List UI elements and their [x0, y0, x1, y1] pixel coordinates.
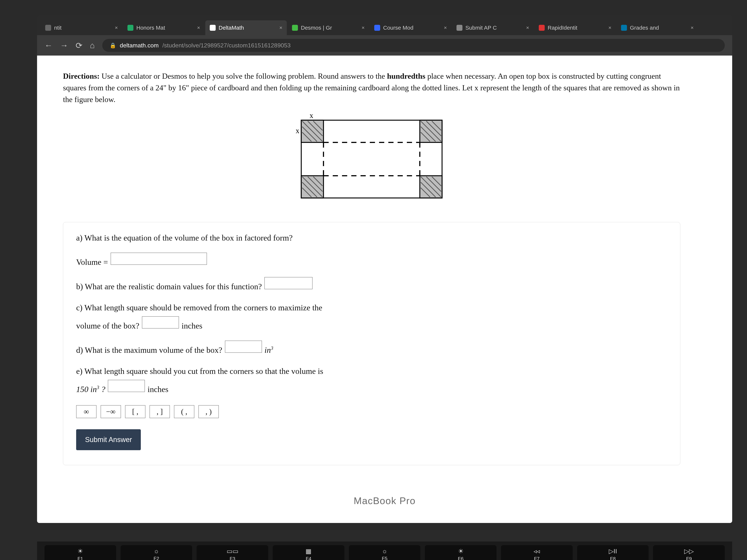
key-f3: ▭▭F3: [197, 545, 268, 560]
unit-label: inches: [148, 383, 168, 396]
cardboard-diagram: x x: [290, 113, 453, 205]
submit-answer-button[interactable]: Submit Answer: [76, 429, 141, 450]
question-c-line1: c) What length square should be removed …: [76, 301, 667, 314]
symbol-button-neg-infinity[interactable]: −∞: [101, 405, 121, 418]
close-icon[interactable]: ×: [609, 25, 611, 31]
key-f5: ☼F5: [349, 545, 420, 560]
tab-label: Desmos | Gr: [301, 25, 359, 31]
tab-label: ntit: [54, 25, 112, 31]
browser-tab[interactable]: Grades and ×: [617, 20, 698, 35]
volume-prefix: Volume =: [76, 256, 108, 269]
figure-label-x-top: x: [310, 113, 313, 119]
unit-label: in3: [264, 344, 273, 357]
lock-icon: 🔒: [110, 43, 116, 49]
question-c-line2: volume of the box? inches: [76, 316, 667, 332]
key-f9: ▷▷F9: [653, 545, 725, 560]
browser-tab[interactable]: Course Mod ×: [370, 20, 451, 35]
browser-tab[interactable]: Desmos | Gr ×: [287, 20, 369, 35]
tab-label: Course Mod: [383, 25, 441, 31]
problem-directions: Directions: Use a calculator or Desmos t…: [63, 70, 680, 105]
close-icon[interactable]: ×: [526, 25, 529, 31]
browser-address-bar: ← → ⟳ ⌂ 🔒 deltamath.com/student/solve/12…: [37, 35, 732, 56]
tab-label: Grades and: [630, 25, 688, 31]
tab-label: Honors Mat: [136, 25, 194, 31]
url-path: /student/solve/12989527/custom1615161289…: [162, 42, 290, 49]
key-f8: ▷IIF8: [577, 545, 649, 560]
browser-tab[interactable]: RapidIdentit ×: [534, 20, 616, 35]
volume-target: 150 in3 ?: [76, 383, 105, 396]
symbol-button-bracket-close[interactable]: , ]: [150, 405, 170, 418]
browser-tab[interactable]: Honors Mat ×: [123, 20, 205, 35]
question-text: b) What are the realistic domain values …: [76, 280, 262, 293]
figure-label-x-side: x: [296, 127, 300, 135]
home-icon[interactable]: ⌂: [90, 41, 95, 50]
reload-icon[interactable]: ⟳: [76, 41, 82, 50]
symbol-button-bracket-open[interactable]: [ ,: [125, 405, 146, 418]
favicon: [45, 25, 51, 31]
answer-input-e[interactable]: [108, 380, 145, 392]
favicon: [210, 25, 216, 31]
directions-text-1: Use a calculator or Desmos to help you s…: [102, 72, 387, 80]
key-f4: ▦F4: [273, 545, 344, 560]
question-a: a) What is the equation of the volume of…: [76, 232, 667, 244]
back-icon[interactable]: ←: [45, 41, 53, 50]
directions-label: Directions:: [63, 72, 100, 80]
question-text: a) What is the equation of the volume of…: [76, 232, 292, 244]
question-b: b) What are the realistic domain values …: [76, 277, 667, 293]
key-f6: ☀F6: [425, 545, 496, 560]
answer-input-d[interactable]: [225, 341, 262, 353]
symbol-button-paren-close[interactable]: , ): [199, 405, 219, 418]
page-content: Directions: Use a calculator or Desmos t…: [37, 56, 732, 523]
close-icon[interactable]: ×: [444, 25, 447, 31]
url-input[interactable]: 🔒 deltamath.com/student/solve/12989527/c…: [102, 39, 725, 52]
close-icon[interactable]: ×: [115, 25, 118, 31]
answer-input-a[interactable]: [111, 252, 207, 265]
url-domain: deltamath.com: [120, 42, 159, 49]
key-f2: ☼F2: [121, 545, 192, 560]
answer-input-b[interactable]: [264, 277, 313, 289]
browser-tab[interactable]: Submit AP C ×: [452, 20, 534, 35]
tab-label: RapidIdentit: [548, 25, 606, 31]
tab-label: DeltaMath: [218, 25, 277, 31]
close-icon[interactable]: ×: [279, 25, 282, 31]
answer-panel: a) What is the equation of the volume of…: [63, 222, 680, 465]
symbol-button-row: ∞ −∞ [ , , ] ( , , ): [76, 405, 667, 418]
favicon: [457, 25, 462, 31]
favicon: [127, 25, 133, 31]
question-a-input-row: Volume =: [76, 252, 667, 269]
question-text: c) What length square should be removed …: [76, 301, 323, 314]
question-text: volume of the box?: [76, 319, 139, 332]
favicon: [374, 25, 380, 31]
favicon: [539, 25, 545, 31]
key-f1: ☀F1: [45, 545, 116, 560]
question-e-line2: 150 in3 ? inches: [76, 380, 667, 396]
answer-input-c[interactable]: [142, 316, 179, 328]
question-e-line1: e) What length square should you cut fro…: [76, 365, 667, 378]
box-figure: x x: [290, 113, 453, 205]
browser-tab-active[interactable]: DeltaMath ×: [205, 20, 287, 35]
favicon: [621, 25, 627, 31]
browser-tab[interactable]: ntit ×: [41, 20, 122, 35]
forward-icon[interactable]: →: [60, 41, 68, 50]
browser-tab-bar: ntit × Honors Mat × DeltaMath × Desmos |…: [37, 15, 732, 35]
close-icon[interactable]: ×: [197, 25, 200, 31]
question-text: d) What is the maximum volume of the box…: [76, 344, 222, 357]
keyboard-row: ☀F1 ☼F2 ▭▭F3 ▦F4 ☼F5 ☀F6 ◃◃F7 ▷IIF8 ▷▷F9: [37, 541, 732, 560]
macbook-label: MacBook Pro: [37, 495, 732, 506]
question-d: d) What is the maximum volume of the box…: [76, 341, 667, 357]
close-icon[interactable]: ×: [691, 25, 694, 31]
tab-label: Submit AP C: [465, 25, 523, 31]
question-text: e) What length square should you cut fro…: [76, 365, 323, 378]
directions-bold: hundredths: [387, 72, 426, 80]
figure-container: x x: [63, 113, 680, 205]
symbol-button-infinity[interactable]: ∞: [76, 405, 97, 418]
unit-label: inches: [182, 319, 202, 332]
laptop-screen: ntit × Honors Mat × DeltaMath × Desmos |…: [37, 15, 732, 523]
close-icon[interactable]: ×: [362, 25, 365, 31]
symbol-button-paren-open[interactable]: ( ,: [174, 405, 194, 418]
favicon: [292, 25, 298, 31]
key-f7: ◃◃F7: [501, 545, 573, 560]
